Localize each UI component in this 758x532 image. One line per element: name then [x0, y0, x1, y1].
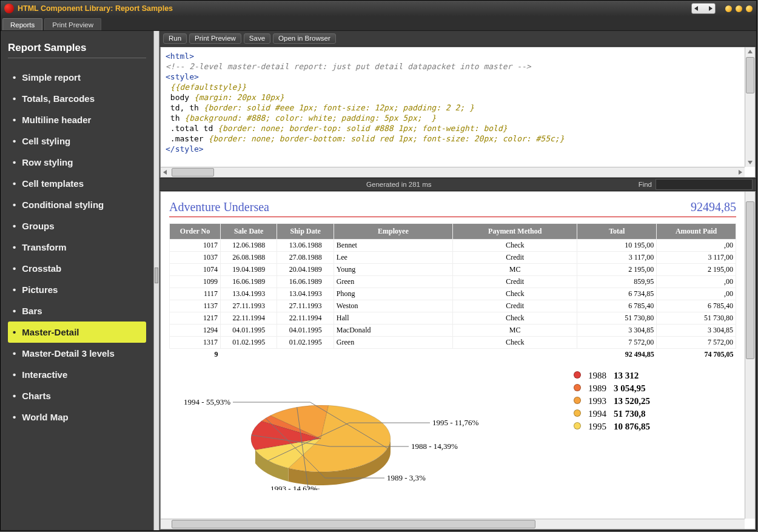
cell: 20.04.1989 — [277, 264, 334, 276]
table-row: 129404.01.199504.01.1995MacDonaldMC3 304… — [170, 325, 736, 337]
pie-slice-label: 1993 - 14,62% — [270, 484, 317, 490]
preview-scrollbar-vertical[interactable] — [745, 192, 755, 519]
code-scrollbar-vertical[interactable] — [745, 47, 755, 167]
sidebar-item-cell-templates[interactable]: Cell templates — [8, 173, 146, 194]
sidebar-item-label: Groups — [22, 221, 54, 231]
cell: 1294 — [170, 325, 221, 337]
sidebar-item-interactive[interactable]: Interactive — [8, 364, 146, 385]
sidebar-item-label: Charts — [22, 391, 51, 401]
cell: 27.11.1993 — [221, 300, 277, 312]
splitter[interactable] — [153, 31, 159, 530]
open-in-browser-button[interactable]: Open in Browser — [273, 33, 336, 44]
pie-slice-label: 1994 - 55,93% — [184, 397, 230, 406]
preview-scroll-thumb-h[interactable] — [172, 520, 535, 528]
table-row: 131701.02.199501.02.1995GreenCheck7 572,… — [170, 337, 736, 349]
cell: Check — [452, 240, 577, 252]
sidebar-item-label: Crosstab — [22, 263, 61, 274]
sidebar-item-world-map[interactable]: World Map — [8, 406, 146, 428]
cell: Phong — [334, 288, 452, 300]
totals-cell: 74 705,05 — [657, 349, 736, 361]
cell: MC — [452, 264, 577, 276]
preview-scroll-thumb-v[interactable] — [746, 201, 754, 359]
tab-reports[interactable]: Reports — [2, 18, 42, 30]
cell: MacDonald — [334, 325, 452, 337]
totals-cell — [277, 349, 334, 361]
find-label: Find — [639, 181, 652, 188]
sidebar-item-totals-barcodes[interactable]: Totals, Barcodes — [8, 88, 146, 109]
pie-chart: 1988 - 14,39%1989 - 3,3%1993 - 14,62%199… — [169, 369, 572, 490]
cell: 27.11.1993 — [277, 300, 334, 312]
code-scrollbar-horizontal[interactable] — [161, 167, 745, 177]
sidebar-item-label: Simple report — [22, 72, 81, 82]
cell: 10 195,00 — [577, 240, 657, 252]
cell: 2 195,00 — [657, 264, 736, 276]
cell: 04.01.1995 — [277, 325, 334, 337]
cell: Check — [452, 288, 577, 300]
code-body[interactable]: <html> <!-- 2-level master-detail report… — [161, 47, 755, 158]
swap-button[interactable] — [691, 3, 716, 14]
cell: 22.11.1994 — [221, 312, 277, 325]
sidebar-item-pictures[interactable]: Pictures — [8, 279, 146, 300]
code-scroll-thumb-v[interactable] — [746, 57, 754, 93]
find-input[interactable] — [656, 179, 753, 190]
save-button[interactable]: Save — [244, 33, 270, 44]
sidebar-item-crosstab[interactable]: Crosstab — [8, 258, 146, 279]
master-row: Adventure Undersea 92494,85 — [169, 200, 736, 217]
sidebar-item-label: Cell templates — [22, 178, 84, 189]
legend-row: 19893 054,95 — [574, 383, 656, 394]
sidebar-item-row-styling[interactable]: Row styling — [8, 152, 146, 173]
print-preview-button[interactable]: Print Preview — [189, 33, 241, 44]
legend-value: 13 520,25 — [614, 396, 656, 407]
master-title: Adventure Undersea — [169, 200, 269, 214]
sidebar-item-transform[interactable]: Transform — [8, 237, 146, 258]
sidebar-item-cell-styling[interactable]: Cell styling — [8, 130, 146, 152]
sidebar-item-simple-report[interactable]: Simple report — [8, 67, 146, 88]
code-editor[interactable]: <html> <!-- 2-level master-detail report… — [160, 47, 756, 178]
legend-row: 199313 520,25 — [574, 396, 656, 407]
cell: 1074 — [170, 264, 221, 276]
toolbar: Run Print Preview Save Open in Browser — [159, 31, 756, 47]
legend-swatch — [574, 397, 581, 404]
cell: MC — [452, 325, 577, 337]
close-button[interactable] — [746, 5, 753, 12]
sidebar-item-label: Row styling — [22, 157, 73, 167]
cell: 1099 — [170, 276, 221, 288]
cell: 13.04.1993 — [277, 288, 334, 300]
preview-scrollbar-horizontal[interactable] — [161, 519, 745, 529]
cell: 1037 — [170, 252, 221, 264]
legend-row: 199510 876,85 — [574, 421, 656, 433]
legend-year: 1993 — [588, 396, 612, 407]
table-row: 113727.11.199327.11.1993WestonCredit6 78… — [170, 300, 736, 312]
legend-value: 51 730,8 — [614, 408, 656, 420]
totals-cell: 92 494,85 — [577, 349, 657, 361]
maximize-button[interactable] — [736, 5, 742, 12]
sidebar-item-label: Master-Detail — [22, 327, 79, 337]
top-tabs: Reports Print Preview — [1, 16, 756, 31]
cell: 3 117,00 — [577, 252, 657, 264]
run-button[interactable]: Run — [163, 33, 187, 44]
sidebar-item-groups[interactable]: Groups — [8, 215, 146, 237]
cell: Green — [334, 276, 452, 288]
sidebar-item-master-detail[interactable]: Master-Detail — [8, 322, 146, 343]
sidebar-item-master-detail-3-levels[interactable]: Master-Detail 3 levels — [8, 343, 146, 364]
legend-row: 198813 312 — [574, 370, 656, 382]
cell: ,00 — [657, 288, 736, 300]
tab-print-preview[interactable]: Print Preview — [44, 18, 101, 30]
report-preview[interactable]: Adventure Undersea 92494,85 Order NoSale… — [161, 192, 745, 519]
sidebar-item-bars[interactable]: Bars — [8, 300, 146, 322]
sidebar-item-conditional-styling[interactable]: Conditional styling — [8, 194, 146, 215]
cell: 6 785,40 — [657, 300, 736, 312]
splitter-handle[interactable] — [155, 268, 158, 283]
code-scroll-thumb-h[interactable] — [172, 168, 214, 177]
sidebar-item-label: Interactive — [22, 369, 67, 380]
cell: Young — [334, 264, 452, 276]
sidebar-item-label: Pictures — [22, 285, 58, 295]
legend-year: 1988 — [588, 370, 612, 382]
sidebar-item-multiline-header[interactable]: Multiline header — [8, 109, 146, 130]
sidebar-item-charts[interactable]: Charts — [8, 385, 146, 406]
cell: Check — [452, 312, 577, 325]
totals-row: 992 494,8574 705,05 — [170, 349, 736, 361]
cell: ,00 — [657, 240, 736, 252]
minimize-button[interactable] — [725, 5, 732, 12]
cell: 1017 — [170, 240, 221, 252]
